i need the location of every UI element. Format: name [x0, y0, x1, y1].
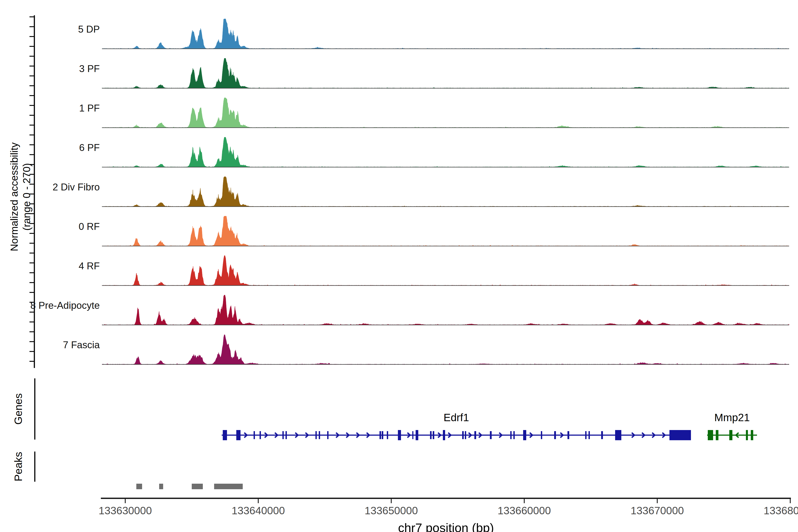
x-tick-label: 133640000 — [214, 505, 303, 517]
gene-exon-edrf1 — [236, 430, 241, 440]
gene-exon-mmp21 — [729, 430, 733, 440]
gene-exon-edrf1 — [433, 431, 434, 439]
track-label: 3 PF — [0, 63, 100, 75]
gene-exon-edrf1 — [443, 430, 445, 440]
signal-area-8-pre-adipocyte — [102, 295, 789, 325]
track-label: 2 Div Fibro — [0, 181, 100, 193]
signal-area-6-pf — [102, 137, 789, 167]
gene-exon-edrf1 — [465, 431, 466, 439]
y-axis-label-line2: (range 0 - 270) — [20, 142, 33, 251]
peak-call-bar — [136, 484, 142, 489]
y-axis-label: Normalized accessibility (range 0 - 270) — [8, 142, 33, 251]
gene-exon-edrf1 — [490, 431, 492, 439]
track-label: 1 PF — [0, 102, 100, 114]
gene-exon-edrf1 — [430, 431, 432, 439]
gene-exon-edrf1 — [398, 430, 401, 440]
gene-exon-edrf1 — [554, 431, 556, 439]
gene-exon-edrf1 — [669, 430, 691, 440]
x-tick-label: 133680000 — [746, 505, 798, 517]
signal-area-3-pf — [102, 58, 789, 88]
gene-exon-edrf1 — [513, 431, 515, 439]
signal-area-1-pf — [102, 98, 789, 128]
track-label: 7 Fascia — [0, 339, 100, 351]
signal-area-2-div-fibro — [102, 177, 789, 207]
gene-exon-edrf1 — [387, 431, 388, 439]
gene-exon-edrf1 — [316, 431, 317, 439]
gene-exon-edrf1 — [541, 431, 542, 439]
gene-exon-edrf1 — [285, 431, 287, 439]
x-tick-label: 133650000 — [347, 505, 436, 517]
peaks-section-label: Peaks — [12, 452, 24, 481]
signal-area-4-rf — [102, 255, 789, 285]
gene-exon-edrf1 — [601, 431, 603, 439]
peak-call-bar — [192, 484, 203, 489]
gene-exon-edrf1 — [253, 431, 255, 439]
genome-browser-canvas — [0, 0, 798, 532]
track-label: 5 DP — [0, 23, 100, 35]
gene-exon-edrf1 — [589, 431, 590, 439]
genome-browser-figure: Normalized accessibility (range 0 - 270)… — [0, 0, 798, 532]
x-tick-label: 133670000 — [613, 505, 702, 517]
gene-exon-edrf1 — [327, 431, 328, 439]
x-tick-label: 133660000 — [480, 505, 569, 517]
gene-exon-edrf1 — [523, 430, 526, 440]
gene-exon-edrf1 — [416, 430, 418, 440]
gene-exon-edrf1 — [412, 431, 413, 439]
gene-exon-edrf1 — [568, 431, 569, 439]
peak-call-bar — [159, 484, 163, 489]
gene-name-label: Edrf1 — [390, 412, 523, 424]
gene-name-label: Mmp21 — [666, 412, 798, 424]
track-label: 4 RF — [0, 260, 100, 272]
gene-exon-edrf1 — [282, 431, 284, 439]
gene-exon-edrf1 — [260, 431, 261, 439]
gene-exon-edrf1 — [382, 431, 383, 439]
gene-exon-edrf1 — [615, 430, 621, 440]
gene-exon-edrf1 — [462, 431, 464, 439]
genes-section-label: Genes — [12, 393, 24, 424]
gene-exon-edrf1 — [223, 430, 227, 440]
track-label: 8 Pre-Adipocyte — [0, 300, 100, 311]
gene-exon-edrf1 — [510, 431, 512, 439]
signal-area-7-fascia — [102, 335, 789, 364]
gene-exon-mmp21 — [716, 430, 718, 440]
track-label: 0 RF — [0, 221, 100, 232]
gene-exon-edrf1 — [585, 431, 587, 439]
gene-exon-edrf1 — [380, 431, 381, 439]
track-label: 6 PF — [0, 142, 100, 153]
x-axis-title: chr7 position (bp) — [380, 520, 513, 532]
x-tick-label: 133630000 — [81, 505, 170, 517]
gene-exon-mmp21 — [746, 430, 748, 440]
peak-call-bar — [214, 484, 243, 489]
gene-exon-mmp21 — [751, 430, 753, 440]
signal-area-5-dp — [102, 19, 789, 49]
gene-exon-mmp21 — [708, 430, 713, 440]
gene-exon-edrf1 — [319, 431, 320, 439]
signal-area-0-rf — [102, 216, 789, 246]
gene-exon-edrf1 — [474, 431, 476, 439]
y-axis-label-line1: Normalized accessibility — [8, 142, 20, 251]
